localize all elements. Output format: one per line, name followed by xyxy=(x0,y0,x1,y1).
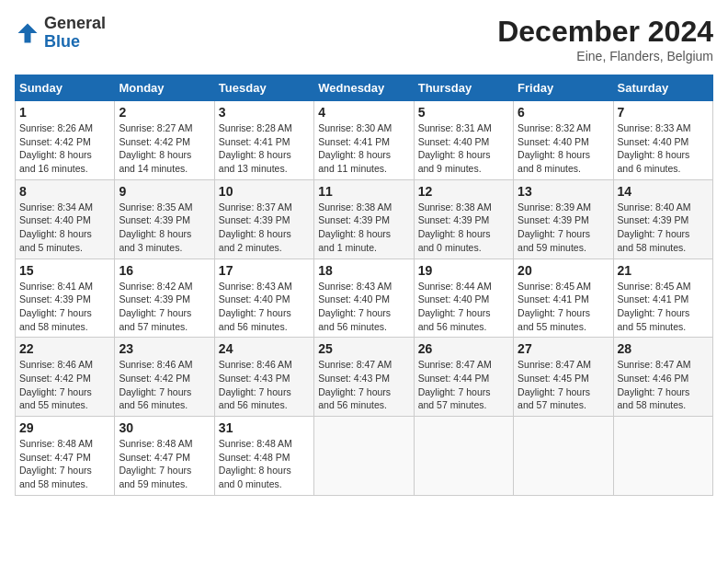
table-row: 19Sunrise: 8:44 AM Sunset: 4:40 PM Dayli… xyxy=(414,259,513,338)
table-row: 15Sunrise: 8:41 AM Sunset: 4:39 PM Dayli… xyxy=(16,259,115,338)
day-info: Sunrise: 8:48 AM Sunset: 4:47 PM Dayligh… xyxy=(19,437,110,491)
day-number: 27 xyxy=(518,341,609,356)
table-row: 16Sunrise: 8:42 AM Sunset: 4:39 PM Dayli… xyxy=(115,259,214,338)
header-sunday: Sunday xyxy=(16,75,115,101)
day-info: Sunrise: 8:39 AM Sunset: 4:39 PM Dayligh… xyxy=(518,201,609,255)
table-row: 20Sunrise: 8:45 AM Sunset: 4:41 PM Dayli… xyxy=(514,259,613,338)
table-row: 5Sunrise: 8:31 AM Sunset: 4:40 PM Daylig… xyxy=(414,101,513,180)
day-number: 12 xyxy=(418,184,509,199)
logo-icon xyxy=(15,20,40,46)
table-row: 11Sunrise: 8:38 AM Sunset: 4:39 PM Dayli… xyxy=(314,179,414,259)
table-row: 29Sunrise: 8:48 AM Sunset: 4:47 PM Dayli… xyxy=(16,417,115,496)
day-info: Sunrise: 8:37 AM Sunset: 4:39 PM Dayligh… xyxy=(219,201,310,255)
page-header: General Blue December 2024 Eine, Flander… xyxy=(15,15,713,63)
day-number: 28 xyxy=(618,341,709,356)
table-row: 22Sunrise: 8:46 AM Sunset: 4:42 PM Dayli… xyxy=(16,338,115,417)
day-info: Sunrise: 8:42 AM Sunset: 4:39 PM Dayligh… xyxy=(119,280,210,334)
day-info: Sunrise: 8:28 AM Sunset: 4:41 PM Dayligh… xyxy=(219,121,310,176)
calendar-week-row: 15Sunrise: 8:41 AM Sunset: 4:39 PM Dayli… xyxy=(16,259,713,338)
day-info: Sunrise: 8:26 AM Sunset: 4:42 PM Dayligh… xyxy=(19,121,110,176)
day-number: 8 xyxy=(19,184,110,199)
table-row: 25Sunrise: 8:47 AM Sunset: 4:43 PM Dayli… xyxy=(314,338,414,417)
day-number: 18 xyxy=(318,263,409,278)
table-row xyxy=(414,417,513,496)
day-number: 26 xyxy=(418,341,509,356)
calendar-week-row: 8Sunrise: 8:34 AM Sunset: 4:40 PM Daylig… xyxy=(16,179,713,259)
day-info: Sunrise: 8:40 AM Sunset: 4:39 PM Dayligh… xyxy=(618,201,709,255)
day-number: 16 xyxy=(119,263,210,278)
header-saturday: Saturday xyxy=(613,75,712,101)
day-info: Sunrise: 8:44 AM Sunset: 4:40 PM Dayligh… xyxy=(418,280,509,334)
calendar-subtitle: Eine, Flanders, Belgium xyxy=(497,49,713,63)
table-row: 12Sunrise: 8:38 AM Sunset: 4:39 PM Dayli… xyxy=(414,179,513,259)
day-info: Sunrise: 8:38 AM Sunset: 4:39 PM Dayligh… xyxy=(318,201,409,255)
day-info: Sunrise: 8:31 AM Sunset: 4:40 PM Dayligh… xyxy=(418,121,509,176)
day-number: 23 xyxy=(119,341,210,356)
day-number: 4 xyxy=(318,105,409,120)
table-row: 4Sunrise: 8:30 AM Sunset: 4:41 PM Daylig… xyxy=(314,101,414,180)
table-row: 28Sunrise: 8:47 AM Sunset: 4:46 PM Dayli… xyxy=(613,338,712,417)
table-row xyxy=(514,417,613,496)
day-info: Sunrise: 8:46 AM Sunset: 4:42 PM Dayligh… xyxy=(19,358,110,412)
day-info: Sunrise: 8:27 AM Sunset: 4:42 PM Dayligh… xyxy=(119,121,210,176)
header-friday: Friday xyxy=(514,75,613,101)
table-row: 1Sunrise: 8:26 AM Sunset: 4:42 PM Daylig… xyxy=(16,101,115,180)
header-wednesday: Wednesday xyxy=(314,75,414,101)
header-tuesday: Tuesday xyxy=(214,75,313,101)
day-info: Sunrise: 8:47 AM Sunset: 4:44 PM Dayligh… xyxy=(418,358,509,412)
day-info: Sunrise: 8:46 AM Sunset: 4:42 PM Dayligh… xyxy=(119,358,210,412)
table-row: 26Sunrise: 8:47 AM Sunset: 4:44 PM Dayli… xyxy=(414,338,513,417)
day-info: Sunrise: 8:48 AM Sunset: 4:48 PM Dayligh… xyxy=(219,437,310,491)
day-info: Sunrise: 8:41 AM Sunset: 4:39 PM Dayligh… xyxy=(19,280,110,334)
table-row: 6Sunrise: 8:32 AM Sunset: 4:40 PM Daylig… xyxy=(514,101,613,180)
calendar-week-row: 1Sunrise: 8:26 AM Sunset: 4:42 PM Daylig… xyxy=(16,101,713,180)
day-info: Sunrise: 8:45 AM Sunset: 4:41 PM Dayligh… xyxy=(618,280,709,334)
day-number: 13 xyxy=(518,184,609,199)
table-row: 13Sunrise: 8:39 AM Sunset: 4:39 PM Dayli… xyxy=(514,179,613,259)
day-number: 19 xyxy=(418,263,509,278)
table-row: 3Sunrise: 8:28 AM Sunset: 4:41 PM Daylig… xyxy=(214,101,313,180)
table-row xyxy=(613,417,712,496)
logo: General Blue xyxy=(15,15,106,52)
day-info: Sunrise: 8:35 AM Sunset: 4:39 PM Dayligh… xyxy=(119,201,210,255)
day-number: 30 xyxy=(119,420,210,435)
day-info: Sunrise: 8:34 AM Sunset: 4:40 PM Dayligh… xyxy=(19,201,110,255)
day-info: Sunrise: 8:47 AM Sunset: 4:43 PM Dayligh… xyxy=(318,358,409,412)
day-info: Sunrise: 8:47 AM Sunset: 4:45 PM Dayligh… xyxy=(518,358,609,412)
table-row: 10Sunrise: 8:37 AM Sunset: 4:39 PM Dayli… xyxy=(214,179,313,259)
day-number: 3 xyxy=(219,105,310,120)
day-info: Sunrise: 8:32 AM Sunset: 4:40 PM Dayligh… xyxy=(518,121,609,176)
calendar-week-row: 22Sunrise: 8:46 AM Sunset: 4:42 PM Dayli… xyxy=(16,338,713,417)
table-row: 7Sunrise: 8:33 AM Sunset: 4:40 PM Daylig… xyxy=(613,101,712,180)
day-info: Sunrise: 8:43 AM Sunset: 4:40 PM Dayligh… xyxy=(219,280,310,334)
day-info: Sunrise: 8:38 AM Sunset: 4:39 PM Dayligh… xyxy=(418,201,509,255)
table-row: 8Sunrise: 8:34 AM Sunset: 4:40 PM Daylig… xyxy=(16,179,115,259)
days-header-row: Sunday Monday Tuesday Wednesday Thursday… xyxy=(16,75,713,101)
day-number: 15 xyxy=(19,263,110,278)
day-number: 21 xyxy=(618,263,709,278)
day-number: 31 xyxy=(219,420,310,435)
day-info: Sunrise: 8:30 AM Sunset: 4:41 PM Dayligh… xyxy=(318,121,409,176)
day-number: 24 xyxy=(219,341,310,356)
day-number: 5 xyxy=(418,105,509,120)
day-number: 20 xyxy=(518,263,609,278)
table-row: 17Sunrise: 8:43 AM Sunset: 4:40 PM Dayli… xyxy=(214,259,313,338)
day-number: 25 xyxy=(318,341,409,356)
day-info: Sunrise: 8:46 AM Sunset: 4:43 PM Dayligh… xyxy=(219,358,310,412)
table-row: 23Sunrise: 8:46 AM Sunset: 4:42 PM Dayli… xyxy=(115,338,214,417)
day-number: 2 xyxy=(119,105,210,120)
table-row: 2Sunrise: 8:27 AM Sunset: 4:42 PM Daylig… xyxy=(115,101,214,180)
day-number: 10 xyxy=(219,184,310,199)
day-number: 29 xyxy=(19,420,110,435)
header-thursday: Thursday xyxy=(414,75,513,101)
table-row: 31Sunrise: 8:48 AM Sunset: 4:48 PM Dayli… xyxy=(214,417,313,496)
header-monday: Monday xyxy=(115,75,214,101)
day-info: Sunrise: 8:47 AM Sunset: 4:46 PM Dayligh… xyxy=(618,358,709,412)
day-number: 22 xyxy=(19,341,110,356)
table-row: 9Sunrise: 8:35 AM Sunset: 4:39 PM Daylig… xyxy=(115,179,214,259)
table-row: 14Sunrise: 8:40 AM Sunset: 4:39 PM Dayli… xyxy=(613,179,712,259)
day-number: 17 xyxy=(219,263,310,278)
day-info: Sunrise: 8:48 AM Sunset: 4:47 PM Dayligh… xyxy=(119,437,210,491)
table-row: 18Sunrise: 8:43 AM Sunset: 4:40 PM Dayli… xyxy=(314,259,414,338)
calendar-week-row: 29Sunrise: 8:48 AM Sunset: 4:47 PM Dayli… xyxy=(16,417,713,496)
